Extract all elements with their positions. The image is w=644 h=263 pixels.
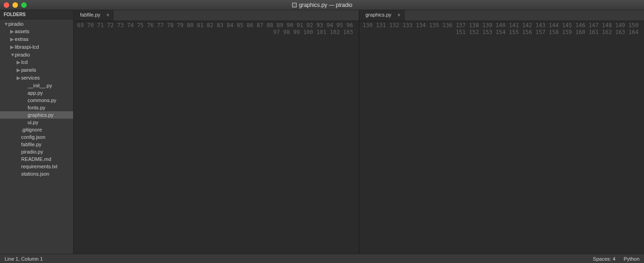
tree-item[interactable]: ▶panels xyxy=(0,66,73,74)
tree-item-label: .gitignore xyxy=(21,127,42,132)
tree-item[interactable]: ▼piradio xyxy=(0,20,73,28)
tree-item-label: app.py xyxy=(28,90,43,96)
editor-pane: fabfile.py×69 70 71 72 73 74 75 76 77 78… xyxy=(74,10,359,254)
tree-item[interactable]: graphics.py xyxy=(0,111,73,119)
line-gutter: 69 70 71 72 73 74 75 76 77 78 79 80 81 8… xyxy=(74,21,357,254)
language-status[interactable]: Python xyxy=(624,256,639,262)
main-area: FOLDERS ▼piradio▶assets▶extras▶libraspi-… xyxy=(0,10,644,254)
tree-item[interactable]: config.json xyxy=(0,133,73,141)
tree-item-label: libraspi-lcd xyxy=(15,44,39,50)
close-icon[interactable]: × xyxy=(106,12,109,18)
disclosure-icon: ▶ xyxy=(10,36,15,42)
window-title-text: graphics.py — piradio xyxy=(299,2,352,8)
tab-bar: fabfile.py× xyxy=(74,10,359,21)
tab-bar: graphics.py× xyxy=(359,10,644,21)
tree-item[interactable]: commons.py xyxy=(0,97,73,104)
disclosure-icon: ▶ xyxy=(17,59,21,65)
disclosure-icon: ▶ xyxy=(17,75,21,81)
tree-item-label: piradio xyxy=(8,21,23,27)
tree-item[interactable]: README.md xyxy=(0,155,73,163)
tree-item[interactable]: ▶assets xyxy=(0,28,73,35)
tree-item-label: piradio.py xyxy=(21,149,43,154)
editor-group: fabfile.py×69 70 71 72 73 74 75 76 77 78… xyxy=(74,10,644,254)
code-editor[interactable]: 130 131 132 133 134 135 136 137 138 139 … xyxy=(359,21,644,254)
tree-item[interactable]: app.py xyxy=(0,89,73,97)
disclosure-icon: ▶ xyxy=(10,29,15,34)
line-gutter: 130 131 132 133 134 135 136 137 138 139 … xyxy=(359,21,643,254)
tree-item-label: services xyxy=(21,75,40,80)
tab-label: fabfile.py xyxy=(80,12,100,17)
disclosure-icon: ▼ xyxy=(4,21,8,27)
tree-item-label: commons.py xyxy=(28,97,56,103)
window-title: graphics.py — piradio xyxy=(0,2,644,8)
tree-item[interactable]: requirements.txt xyxy=(0,163,73,170)
tree-item[interactable]: ▶extras xyxy=(0,35,73,43)
tree-item-label: ui.py xyxy=(28,120,38,125)
indent-status[interactable]: Spaces: 4 xyxy=(593,256,615,262)
cursor-position[interactable]: Line 1, Column 1 xyxy=(5,256,43,262)
sidebar-header: FOLDERS xyxy=(0,10,73,19)
tab-label: graphics.py xyxy=(366,12,391,17)
tree-item-label: graphics.py xyxy=(28,112,53,118)
tree-item-label: assets xyxy=(15,29,29,34)
code-content[interactable]: ········ ····def bitblt_fast(self, src, … xyxy=(642,21,644,254)
tree-item-label: lcd xyxy=(21,59,28,65)
editor-tab[interactable]: graphics.py× xyxy=(359,10,405,21)
tree-item-label: requirements.txt xyxy=(21,164,58,169)
tree-item-label: panels xyxy=(21,67,36,73)
editor-pane: graphics.py×130 131 132 133 134 135 136 … xyxy=(359,10,644,254)
tree-item-label: fonts.py xyxy=(28,105,46,110)
close-icon[interactable]: × xyxy=(397,12,401,18)
tree-item-label: extras xyxy=(15,36,29,42)
disclosure-icon: ▼ xyxy=(10,52,15,57)
svg-rect-1 xyxy=(293,3,296,7)
tree-item[interactable]: stations.json xyxy=(0,170,73,177)
tree-item[interactable]: fonts.py xyxy=(0,104,73,111)
tree-item[interactable]: fabfile.py xyxy=(0,141,73,148)
folder-tree[interactable]: ▼piradio▶assets▶extras▶libraspi-lcd▼pira… xyxy=(0,19,73,254)
tree-item[interactable]: .gitignore xyxy=(0,126,73,133)
tree-item[interactable]: ▶services xyxy=(0,74,73,82)
tree-item[interactable]: ui.py xyxy=(0,119,73,126)
tree-item[interactable]: ▶libraspi-lcd xyxy=(0,43,73,51)
editor-tab[interactable]: fabfile.py× xyxy=(74,10,114,21)
disclosure-icon: ▶ xyxy=(17,67,21,73)
status-bar: Line 1, Column 1 Spaces: 4 Python xyxy=(0,254,644,263)
code-editor[interactable]: 69 70 71 72 73 74 75 76 77 78 79 80 81 8… xyxy=(74,21,359,254)
window-titlebar: graphics.py — piradio xyxy=(0,0,644,10)
file-icon xyxy=(292,2,297,8)
code-content[interactable]: ········ ····@staticmethod ····def from_… xyxy=(357,21,359,254)
tree-item[interactable]: ▶lcd xyxy=(0,58,73,66)
tree-item-label: stations.json xyxy=(21,171,49,177)
tree-item-label: config.json xyxy=(21,134,46,140)
tree-item-label: README.md xyxy=(21,156,51,162)
tree-item-label: piradio xyxy=(15,52,30,57)
tree-item[interactable]: piradio.py xyxy=(0,148,73,155)
tree-item[interactable]: ▼piradio xyxy=(0,51,73,58)
tree-item-label: fabfile.py xyxy=(21,142,41,147)
tree-item-label: __init__.py xyxy=(28,83,52,88)
tree-item[interactable]: __init__.py xyxy=(0,82,73,89)
sidebar: FOLDERS ▼piradio▶assets▶extras▶libraspi-… xyxy=(0,10,74,254)
disclosure-icon: ▶ xyxy=(10,44,15,50)
